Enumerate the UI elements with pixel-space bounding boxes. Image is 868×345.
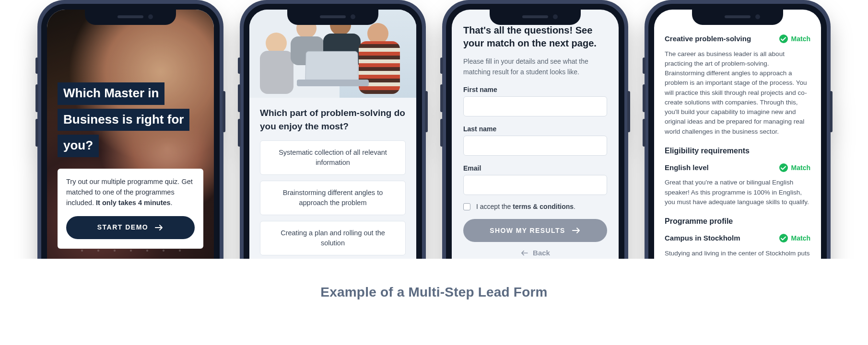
phone-notch xyxy=(287,10,378,25)
check-circle-icon xyxy=(779,234,788,242)
phone-intro: Which Master in Business is right for yo… xyxy=(37,0,223,259)
terms-text: . xyxy=(574,203,575,210)
first-name-field[interactable] xyxy=(463,96,607,116)
match-badge: Match xyxy=(779,233,810,243)
result-item-title: English level xyxy=(665,162,709,173)
result-item-body: Great that you're a native or bilingual … xyxy=(665,178,810,207)
terms-checkbox[interactable] xyxy=(463,203,470,210)
form-description: Please fill in your details and see what… xyxy=(463,57,607,77)
question-title: Which part of problem-solving do you enj… xyxy=(260,106,406,133)
result-item-body: Studying and living in the center of Sto… xyxy=(665,249,810,259)
phones-row: Which Master in Business is right for yo… xyxy=(0,0,868,259)
answer-option[interactable]: Creating a plan and rolling out the solu… xyxy=(260,221,406,255)
match-badge: Match xyxy=(779,34,810,44)
email-label: Email xyxy=(463,164,607,172)
headline-line: you? xyxy=(58,135,99,157)
intro-text-bold: It only takes 4 minutes xyxy=(96,199,171,207)
phone-question: Which part of problem-solving do you enj… xyxy=(240,0,426,259)
intro-card: Try out our multiple programme quiz. Get… xyxy=(58,169,203,249)
back-label: Back xyxy=(533,249,550,257)
check-circle-icon xyxy=(779,163,788,172)
last-name-field[interactable] xyxy=(463,136,607,156)
terms-text: I accept the xyxy=(476,203,513,210)
phone-results: Creative problem-solving Match The caree… xyxy=(645,0,831,259)
section-heading: Programme profile xyxy=(665,216,810,227)
diagram: Which Master in Business is right for yo… xyxy=(0,0,868,345)
answer-option[interactable]: Systematic collection of all relevant in… xyxy=(260,140,406,175)
screen-results: Creative problem-solving Match The caree… xyxy=(654,10,821,259)
headline: Which Master in Business is right for yo… xyxy=(58,80,203,159)
arrow-left-icon xyxy=(520,250,528,256)
match-label: Match xyxy=(791,233,810,243)
start-demo-button[interactable]: START DEMO xyxy=(66,216,195,239)
phone-notch xyxy=(85,10,176,25)
phone-notch xyxy=(692,10,783,25)
check-circle-icon xyxy=(779,34,788,43)
screen-intro: Which Master in Business is right for yo… xyxy=(47,10,214,259)
arrow-right-icon xyxy=(155,224,164,231)
last-name-label: Last name xyxy=(463,125,607,133)
terms-link[interactable]: terms & conditions xyxy=(513,203,574,210)
back-button[interactable]: Back xyxy=(463,249,607,257)
form-title: That's all the questions! See your match… xyxy=(463,24,607,50)
match-label: Match xyxy=(791,163,810,173)
figure-caption: Example of a Multi-Step Lead Form xyxy=(0,285,868,300)
email-field[interactable] xyxy=(463,175,607,195)
button-label: SHOW MY RESULTS xyxy=(490,227,565,234)
answer-option[interactable]: Brainstorming different angles to approa… xyxy=(260,181,406,215)
result-item-title: Campus in Stockholm xyxy=(665,233,740,244)
phone-notch xyxy=(490,10,581,25)
button-label: START DEMO xyxy=(97,222,149,233)
headline-line: Which Master in xyxy=(58,82,164,105)
arrow-right-icon xyxy=(572,227,581,234)
intro-text: . xyxy=(171,199,173,207)
screen-form: That's all the questions! See your match… xyxy=(452,10,619,259)
terms-row[interactable]: I accept the terms & conditions. xyxy=(463,203,607,210)
section-heading: Eligibility requirements xyxy=(665,145,810,157)
screen-question: Which part of problem-solving do you enj… xyxy=(249,10,416,259)
result-item-title: Creative problem-solving xyxy=(665,34,751,45)
result-item-body: The career as business leader is all abo… xyxy=(665,49,810,137)
match-badge: Match xyxy=(779,163,810,173)
match-label: Match xyxy=(791,34,810,44)
show-results-button[interactable]: SHOW MY RESULTS xyxy=(463,219,607,242)
first-name-label: First name xyxy=(463,86,607,93)
headline-line: Business is right for xyxy=(58,109,189,131)
phone-form: That's all the questions! See your match… xyxy=(442,0,628,259)
